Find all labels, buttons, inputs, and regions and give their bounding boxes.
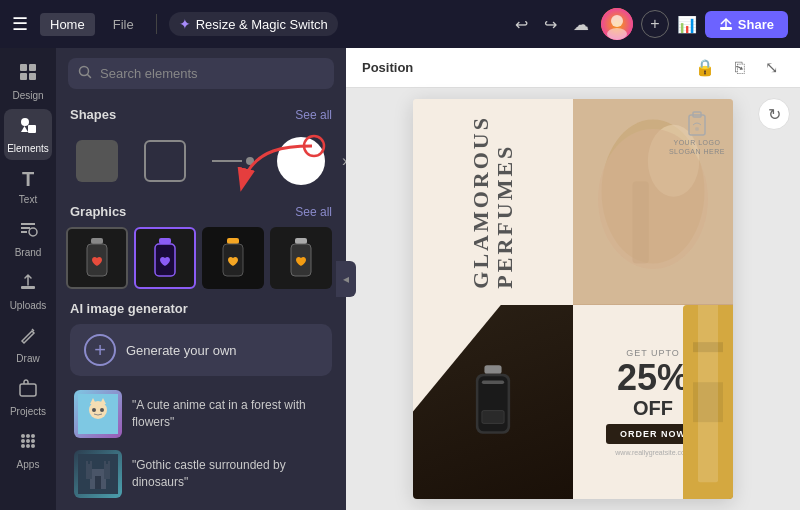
svg-rect-32 bbox=[295, 238, 307, 244]
sidebar-item-apps-label: Apps bbox=[17, 459, 40, 470]
shape-square-filled[interactable] bbox=[66, 130, 128, 192]
graphics-see-all-button[interactable]: See all bbox=[295, 205, 332, 219]
ai-image-generator-section: AI image generator + Generate your own "… bbox=[56, 293, 346, 508]
elements-icon bbox=[18, 115, 38, 140]
website-text: www.reallygreatsite.com bbox=[615, 449, 690, 456]
slogan-text: SLOGAN HERE bbox=[669, 148, 725, 155]
draw-icon bbox=[18, 325, 38, 350]
shape-line[interactable] bbox=[202, 130, 264, 192]
shapes-next-arrow[interactable]: › bbox=[338, 148, 346, 174]
text-icon: T bbox=[22, 168, 34, 191]
graphic-bottle-orange-heart[interactable] bbox=[270, 227, 332, 289]
menu-icon[interactable]: ☰ bbox=[12, 13, 28, 35]
svg-point-21 bbox=[26, 444, 30, 448]
svg-rect-47 bbox=[108, 461, 110, 465]
svg-rect-59 bbox=[482, 380, 504, 383]
card-bottom-right: GET UPTO 25% OFF ORDER NOW www.reallygre… bbox=[573, 305, 733, 499]
lock-button[interactable]: 🔒 bbox=[689, 54, 721, 81]
tab-file[interactable]: File bbox=[103, 13, 144, 36]
graphic-bottle-heart[interactable] bbox=[66, 227, 128, 289]
ai-prompt-item-castle[interactable]: "Gothic castle surrounded by dinosaurs" bbox=[70, 444, 332, 504]
svg-point-20 bbox=[21, 444, 25, 448]
card-bottom-left bbox=[413, 305, 573, 499]
sidebar-item-apps[interactable]: Apps bbox=[4, 425, 52, 476]
tab-home[interactable]: Home bbox=[40, 13, 95, 36]
graphic-bottle-purple[interactable] bbox=[134, 227, 196, 289]
generate-your-own-button[interactable]: + Generate your own bbox=[70, 324, 332, 376]
sidebar-item-draw[interactable]: Draw bbox=[4, 319, 52, 370]
card-headline: GLAMOROUS PERFUMES bbox=[469, 115, 517, 289]
graphic-bottle-gold[interactable] bbox=[202, 227, 264, 289]
analytics-icon[interactable]: 📊 bbox=[677, 15, 697, 34]
graphics-title: Graphics bbox=[70, 204, 126, 219]
svg-point-18 bbox=[26, 439, 30, 443]
sidebar-item-elements[interactable]: Elements bbox=[4, 109, 52, 160]
svg-point-16 bbox=[31, 434, 35, 438]
ai-title: AI image generator bbox=[70, 301, 332, 316]
sidebar-item-uploads-label: Uploads bbox=[10, 300, 47, 311]
svg-rect-42 bbox=[86, 464, 92, 479]
sidebar-item-brand-label: Brand bbox=[15, 247, 42, 258]
svg-point-39 bbox=[100, 408, 104, 412]
shape-square-outline[interactable] bbox=[134, 130, 196, 192]
svg-point-1 bbox=[611, 15, 623, 27]
headline-line2: PERFUMES bbox=[492, 144, 517, 289]
duplicate-button[interactable]: ⎘ bbox=[729, 55, 751, 81]
svg-point-22 bbox=[31, 444, 35, 448]
topbar-divider bbox=[156, 14, 157, 34]
panel-content: Shapes See all bbox=[56, 95, 346, 510]
generate-label: Generate your own bbox=[126, 343, 237, 358]
svg-point-19 bbox=[31, 439, 35, 443]
sidebar-item-uploads[interactable]: Uploads bbox=[4, 266, 52, 317]
svg-rect-52 bbox=[632, 181, 648, 263]
sidebar-item-text-label: Text bbox=[19, 194, 37, 205]
sidebar-item-design[interactable]: Design bbox=[4, 56, 52, 107]
avatar[interactable] bbox=[601, 8, 633, 40]
svg-rect-9 bbox=[28, 125, 36, 133]
discount-off-text: OFF bbox=[633, 398, 673, 418]
add-collaborator-button[interactable]: + bbox=[641, 10, 669, 38]
svg-rect-13 bbox=[20, 384, 36, 396]
headline-line1: GLAMOROUS bbox=[468, 115, 493, 289]
svg-rect-46 bbox=[104, 461, 106, 465]
share-button[interactable]: Share bbox=[705, 11, 788, 38]
cloud-save-button[interactable]: ☁ bbox=[569, 11, 593, 38]
shapes-see-all-button[interactable]: See all bbox=[295, 108, 332, 122]
resize-magic-switch-btn[interactable]: ✦ Resize & Magic Switch bbox=[169, 12, 338, 36]
redo-button[interactable]: ↪ bbox=[540, 11, 561, 38]
card-top-left: GLAMOROUS PERFUMES bbox=[413, 99, 573, 305]
expand-button[interactable]: ⤡ bbox=[759, 54, 784, 81]
card-top-right: YOUR LOGO SLOGAN HERE bbox=[573, 99, 733, 305]
ai-plus-icon: + bbox=[84, 334, 116, 366]
ai-prompt-item-cat[interactable]: "A cute anime cat in a forest with flowe… bbox=[70, 384, 332, 444]
ai-thumb-castle bbox=[74, 450, 122, 498]
feature-label: Resize & Magic Switch bbox=[196, 17, 328, 32]
svg-rect-26 bbox=[91, 238, 103, 244]
sidebar-item-brand[interactable]: Brand bbox=[4, 213, 52, 264]
sidebar-item-projects[interactable]: Projects bbox=[4, 372, 52, 423]
square-filled-shape bbox=[76, 140, 118, 182]
canvas-toolbar: Position 🔒 ⎘ ⤡ bbox=[346, 48, 800, 88]
svg-point-14 bbox=[21, 434, 25, 438]
undo-button[interactable]: ↩ bbox=[511, 11, 532, 38]
main-content: Design Elements T Text Brand Uploads bbox=[0, 48, 800, 510]
svg-rect-63 bbox=[693, 342, 723, 352]
svg-point-17 bbox=[21, 439, 25, 443]
svg-rect-28 bbox=[159, 238, 171, 244]
canvas-area: Position 🔒 ⎘ ⤡ ↻ GLAMOROUS PERFUMES bbox=[346, 48, 800, 510]
sidebar-item-text[interactable]: T Text bbox=[4, 162, 52, 211]
icon-sidebar: Design Elements T Text Brand Uploads bbox=[0, 48, 56, 510]
topbar: ☰ Home File ✦ Resize & Magic Switch ↩ ↪ … bbox=[0, 0, 800, 48]
apps-icon bbox=[18, 431, 38, 456]
sidebar-item-projects-label: Projects bbox=[10, 406, 46, 417]
white-circle-shape bbox=[277, 137, 325, 185]
refresh-button[interactable]: ↻ bbox=[758, 98, 790, 130]
feature-star-icon: ✦ bbox=[179, 16, 191, 32]
shape-circle-white[interactable] bbox=[270, 130, 332, 192]
search-input[interactable] bbox=[100, 66, 324, 81]
svg-rect-44 bbox=[86, 461, 88, 465]
brand-icon bbox=[18, 219, 38, 244]
hide-panel-button[interactable]: ◂ bbox=[336, 261, 356, 297]
uploads-icon bbox=[18, 272, 38, 297]
search-input-wrap[interactable] bbox=[68, 58, 334, 89]
